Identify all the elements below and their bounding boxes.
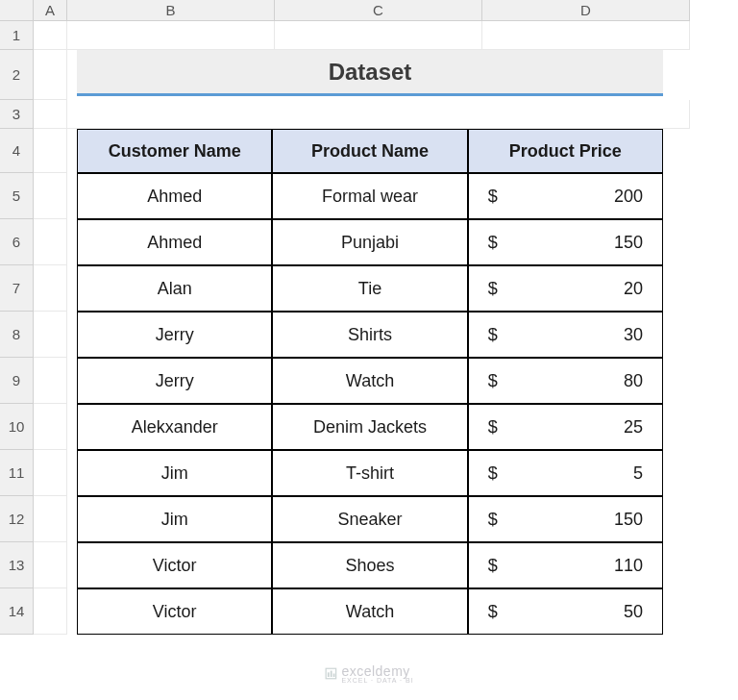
table-row[interactable]: Jim (77, 450, 272, 496)
table-row[interactable]: $150 (468, 219, 663, 265)
spreadsheet-grid: A B C D 1 2 Dataset 3 4 5 6 7 8 9 10 11 … (0, 0, 738, 635)
table-row[interactable]: $80 (468, 358, 663, 404)
currency-symbol: $ (488, 187, 498, 207)
cell[interactable] (34, 588, 67, 635)
data-table: Customer Name Product Name Product Price… (77, 129, 663, 635)
currency-symbol: $ (488, 371, 498, 391)
table-row[interactable]: Watch (272, 358, 467, 404)
currency-symbol: $ (488, 556, 498, 576)
price-value: 20 (624, 279, 643, 299)
row-header-13[interactable]: 13 (0, 542, 34, 588)
cell[interactable] (34, 21, 67, 50)
table-row[interactable]: Tie (272, 265, 467, 312)
row-header-14[interactable]: 14 (0, 588, 34, 635)
table-row[interactable]: Alan (77, 265, 272, 312)
price-value: 5 (633, 463, 643, 484)
table-row[interactable]: Jerry (77, 312, 272, 358)
price-value: 150 (614, 233, 643, 253)
table-row[interactable]: Formal wear (272, 173, 467, 219)
currency-symbol: $ (488, 417, 498, 438)
cell[interactable] (67, 100, 690, 129)
row-header-7[interactable]: 7 (0, 265, 34, 312)
price-value: 110 (614, 556, 643, 576)
row-header-1[interactable]: 1 (0, 21, 34, 50)
table-header-customer[interactable]: Customer Name (77, 129, 272, 173)
table-row[interactable]: Victor (77, 588, 272, 635)
table-row[interactable]: $5 (468, 450, 663, 496)
currency-symbol: $ (488, 602, 498, 622)
svg-rect-0 (326, 668, 336, 679)
cell[interactable] (67, 21, 275, 50)
table-row[interactable]: Ahmed (77, 219, 272, 265)
row-header-6[interactable]: 6 (0, 219, 34, 265)
table-row[interactable]: Shirts (272, 312, 467, 358)
price-value: 200 (614, 187, 643, 207)
table-row[interactable]: $50 (468, 588, 663, 635)
price-value: 50 (624, 602, 643, 622)
col-header-a[interactable]: A (34, 0, 67, 21)
watermark-sub: EXCEL · DATA · BI (341, 677, 413, 684)
price-value: 30 (624, 325, 643, 345)
price-value: 150 (614, 510, 643, 530)
table-row[interactable]: $110 (468, 542, 663, 588)
table-row[interactable]: $150 (468, 496, 663, 542)
row-header-5[interactable]: 5 (0, 173, 34, 219)
currency-symbol: $ (488, 279, 498, 299)
cell[interactable] (34, 50, 67, 100)
currency-symbol: $ (488, 463, 498, 484)
row-header-12[interactable]: 12 (0, 496, 34, 542)
table-row[interactable]: Ahmed (77, 173, 272, 219)
watermark: exceldemy EXCEL · DATA · BI (324, 663, 413, 684)
table-row[interactable]: Punjabi (272, 219, 467, 265)
cell[interactable] (275, 21, 482, 50)
row-header-4[interactable]: 4 (0, 129, 34, 173)
price-value: 80 (624, 371, 643, 391)
table-header-price[interactable]: Product Price (468, 129, 663, 173)
table-row[interactable]: Denim Jackets (272, 404, 467, 450)
cell[interactable] (34, 265, 67, 312)
price-value: 25 (624, 417, 643, 438)
cell[interactable] (34, 129, 67, 173)
cell[interactable] (34, 173, 67, 219)
table-row[interactable]: Shoes (272, 542, 467, 588)
table-row[interactable]: $200 (468, 173, 663, 219)
row-header-3[interactable]: 3 (0, 100, 34, 129)
table-row[interactable]: Victor (77, 542, 272, 588)
table-row[interactable]: Jim (77, 496, 272, 542)
table-row[interactable]: Sneaker (272, 496, 467, 542)
cell[interactable] (34, 450, 67, 496)
col-header-d[interactable]: D (482, 0, 690, 21)
table-row[interactable]: Jerry (77, 358, 272, 404)
row-header-2[interactable]: 2 (0, 50, 34, 100)
col-header-c[interactable]: C (275, 0, 482, 21)
table-row[interactable]: $25 (468, 404, 663, 450)
cell[interactable] (34, 496, 67, 542)
table-row[interactable]: T-shirt (272, 450, 467, 496)
currency-symbol: $ (488, 325, 498, 345)
cell[interactable] (34, 312, 67, 358)
cell[interactable] (34, 542, 67, 588)
select-all-corner[interactable] (0, 0, 34, 21)
row-header-8[interactable]: 8 (0, 312, 34, 358)
row-header-9[interactable]: 9 (0, 358, 34, 404)
cell[interactable] (34, 100, 67, 129)
row-header-10[interactable]: 10 (0, 404, 34, 450)
table-row[interactable]: $20 (468, 265, 663, 312)
table-row[interactable]: Alekxander (77, 404, 272, 450)
cell[interactable] (34, 358, 67, 404)
cell[interactable] (34, 404, 67, 450)
cell[interactable] (482, 21, 690, 50)
row-header-11[interactable]: 11 (0, 450, 34, 496)
cell[interactable] (34, 219, 67, 265)
table-row[interactable]: $30 (468, 312, 663, 358)
currency-symbol: $ (488, 510, 498, 530)
table-row[interactable]: Watch (272, 588, 467, 635)
svg-rect-3 (333, 673, 335, 677)
table-header-product[interactable]: Product Name (272, 129, 467, 173)
logo-icon (324, 666, 337, 680)
watermark-text: exceldemy (341, 663, 409, 679)
currency-symbol: $ (488, 233, 498, 253)
svg-rect-2 (331, 670, 332, 676)
dataset-title[interactable]: Dataset (77, 50, 663, 96)
col-header-b[interactable]: B (67, 0, 275, 21)
